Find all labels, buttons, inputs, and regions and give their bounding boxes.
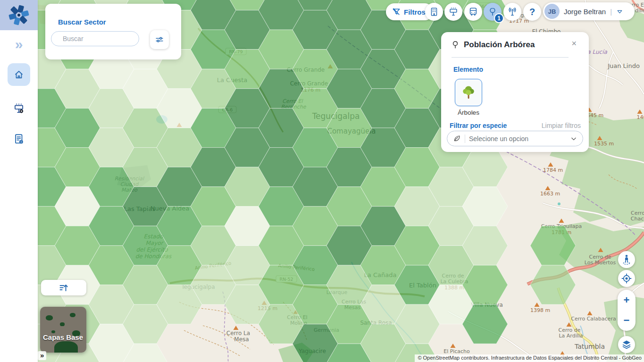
map-label: 1784 m xyxy=(543,167,563,173)
user-menu[interactable]: JB Jorge Beltran | xyxy=(543,2,635,20)
tree-filter-count-badge: 1 xyxy=(494,13,504,23)
popup-divider xyxy=(452,57,569,58)
element-arboles-label: Árboles xyxy=(455,109,482,116)
filtros-label: Filtros xyxy=(404,8,426,16)
antenna-icon xyxy=(507,7,518,17)
species-select-placeholder: Selecione un opcion xyxy=(469,135,567,143)
map-label: 146 xyxy=(637,114,644,120)
map-label: Mesa xyxy=(234,336,249,343)
sliders-icon xyxy=(154,34,165,45)
app-logo[interactable] xyxy=(0,0,38,30)
tile-forest-blob xyxy=(60,322,65,326)
leaf-icon xyxy=(453,135,461,143)
user-avatar: JB xyxy=(544,4,560,19)
poblacion-arborea-popup: Población Arbórea × Elemento Árboles Fil… xyxy=(441,32,589,152)
zoom-out-button[interactable]: − xyxy=(618,311,636,331)
tile-forest-blob xyxy=(46,315,53,320)
clear-filters-button[interactable]: Limpiar filtros xyxy=(542,122,581,129)
map-attribution: © OpenStreetMap contributors. Infraestru… xyxy=(415,354,644,362)
pegman-icon xyxy=(621,254,632,265)
sidebar-item-reports[interactable] xyxy=(9,130,28,149)
map-label: Los Muertos xyxy=(585,260,616,266)
toolbar-bus-button[interactable] xyxy=(464,3,482,21)
toolbar-trees-button[interactable]: 1 xyxy=(484,3,502,21)
search-input[interactable] xyxy=(51,31,139,46)
bottom-collapse-chevron[interactable]: » xyxy=(38,351,46,360)
toolbar-signs-button[interactable] xyxy=(444,3,462,21)
species-select[interactable]: Selecione un opcion xyxy=(447,131,583,146)
tile-forest-blob xyxy=(54,341,78,353)
tree-color-icon xyxy=(460,84,477,101)
street-view-button[interactable] xyxy=(618,251,635,268)
element-arboles-button[interactable] xyxy=(455,79,482,106)
toolbar-antenna-button[interactable] xyxy=(503,3,521,21)
element-section-label: Elemento xyxy=(453,66,483,73)
pond xyxy=(558,202,560,205)
map-label: Cerro La xyxy=(226,330,250,337)
help-question-label: ? xyxy=(529,7,535,17)
layers-button[interactable] xyxy=(618,336,635,353)
map-label: Tatumbla xyxy=(574,343,605,350)
sidebar-item-signs-admin[interactable] xyxy=(9,99,28,118)
map-label: Cerro Calabacera xyxy=(571,316,616,322)
map-label: 1663 m xyxy=(540,191,560,197)
toolbar-buildings-button[interactable] xyxy=(425,3,443,21)
sort-layers-button[interactable] xyxy=(41,280,86,295)
attribution-copyright: © xyxy=(418,355,423,361)
map-label: 1535 m xyxy=(594,141,614,147)
sidebar: » xyxy=(0,0,38,362)
map-label: 1398 m xyxy=(530,307,550,313)
zoom-in-button[interactable]: + xyxy=(618,290,636,311)
base-layers-label: Capas Base xyxy=(43,333,83,341)
search-filters-button[interactable] xyxy=(150,30,169,49)
locate-target-icon xyxy=(621,273,632,284)
home-icon xyxy=(13,69,25,80)
layers-icon xyxy=(621,339,632,350)
chevron-down-icon[interactable] xyxy=(616,8,623,15)
locate-me-button[interactable] xyxy=(618,270,635,287)
attribution-text: contributors. Infraestructura de Datos E… xyxy=(460,355,642,361)
map-label: El Picacho xyxy=(443,348,470,354)
sort-ascending-icon xyxy=(58,282,69,294)
search-panel-title: Buscar Sector xyxy=(58,18,106,26)
filter-species-label: Filtrar por especie xyxy=(450,122,507,129)
document-info-icon xyxy=(13,133,25,145)
filter-off-icon xyxy=(392,7,401,17)
user-separator: | xyxy=(610,8,612,16)
user-name: Jorge Beltran xyxy=(564,8,606,16)
toolbar-help-button[interactable]: ? xyxy=(523,3,541,21)
bus-icon xyxy=(468,7,478,17)
map-label: La Ardilla xyxy=(559,333,583,339)
billboard-gear-icon xyxy=(13,102,25,115)
search-sector-panel: Buscar Sector xyxy=(45,4,181,59)
popup-title: Población Arbórea xyxy=(464,40,535,50)
base-layers-switcher[interactable]: Capas Base xyxy=(40,307,86,353)
osm-link[interactable]: OpenStreetMap xyxy=(423,355,460,361)
chevron-down-icon xyxy=(570,135,577,142)
sidebar-item-home[interactable] xyxy=(8,63,30,86)
pinwheel-logo-icon xyxy=(8,4,30,26)
zoom-control: + − xyxy=(618,290,636,331)
map-label: Juan Lindo xyxy=(607,62,640,69)
sidebar-expand-chevron[interactable]: » xyxy=(0,36,38,53)
tree-outline-icon xyxy=(451,40,460,50)
popup-header: Población Arbórea xyxy=(451,40,535,50)
popup-close-button[interactable]: × xyxy=(571,39,577,49)
tile-forest-blob xyxy=(70,313,75,317)
select-divider xyxy=(465,135,465,143)
building-icon xyxy=(429,7,439,17)
billboard-icon xyxy=(448,7,459,17)
map-label: Chach xyxy=(631,216,644,222)
